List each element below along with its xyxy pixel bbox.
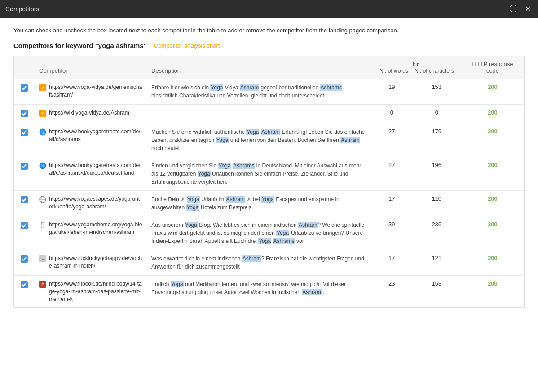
favicon-icon: ℹ bbox=[39, 162, 46, 169]
table-row: Y https://wiki.yoga-vidya.de/Ashram 0020… bbox=[14, 105, 524, 123]
td-http: 200 bbox=[461, 276, 524, 308]
favicon-icon: Y bbox=[39, 84, 46, 91]
competitor-checkbox[interactable] bbox=[21, 222, 28, 229]
expand-button[interactable]: ⛶ bbox=[508, 4, 519, 14]
td-words: 17 bbox=[371, 250, 412, 276]
table-row: https://www.yogamehome.org/yoga-blog/art… bbox=[14, 216, 524, 250]
competitor-checkbox[interactable] bbox=[21, 163, 28, 170]
table-body: Y https://www.yoga-vidya.de/gemeinschaft… bbox=[14, 79, 524, 308]
td-chars: 153 bbox=[412, 79, 462, 105]
table-row: Y https://www.yoga-vidya.de/gemeinschaft… bbox=[14, 79, 524, 105]
titlebar-controls: ⛶ ✕ bbox=[508, 4, 533, 14]
url-text: https://www.fitbook.de/mind-body/14-tage… bbox=[49, 280, 142, 303]
favicon-icon: F bbox=[39, 281, 46, 288]
td-checkbox bbox=[14, 216, 35, 250]
td-checkbox bbox=[14, 79, 35, 105]
competitors-table-wrap: Competitor Description Nr. Nr. of words … bbox=[13, 56, 525, 308]
url-text: https://www.fuckluckygohappy.de/woche-as… bbox=[49, 255, 142, 270]
td-chars: 153 bbox=[412, 276, 462, 308]
competitor-url: Y https://wiki.yoga-vidya.de/Ashram bbox=[39, 109, 142, 117]
favicon-icon: F bbox=[39, 255, 46, 262]
table-row: F https://www.fuckluckygohappy.de/woche-… bbox=[14, 250, 524, 276]
td-description: Machen Sie eine wahrlich authentische Yo… bbox=[147, 123, 371, 157]
favicon-icon: ℹ bbox=[39, 128, 46, 136]
url-text: https://www.bookyogaretreats.com/de/all/… bbox=[49, 162, 142, 177]
table-header-row: Competitor Description Nr. Nr. of words … bbox=[14, 56, 524, 79]
svg-text:Y: Y bbox=[41, 111, 44, 116]
competitors-table: Competitor Description Nr. Nr. of words … bbox=[14, 56, 524, 307]
table-row: ℹ https://www.bookyogaretreats.com/de/al… bbox=[14, 157, 524, 191]
td-words: 0 bbox=[371, 105, 412, 123]
td-description: Erfahre hier wie sich ein Yoga Vidya Ash… bbox=[147, 79, 371, 105]
td-chars: 121 bbox=[412, 250, 462, 276]
td-chars: 179 bbox=[412, 123, 462, 157]
td-description bbox=[147, 105, 371, 123]
td-http: 200 bbox=[461, 123, 524, 157]
url-text: https://www.bookyogaretreats.com/de/all/… bbox=[49, 128, 142, 143]
titlebar: Competitors ⛶ ✕ bbox=[0, 0, 538, 18]
favicon-icon: Y bbox=[39, 110, 46, 117]
competitor-checkbox[interactable] bbox=[21, 129, 28, 136]
td-competitor: F https://www.fuckluckygohappy.de/woche-… bbox=[35, 250, 147, 276]
section-title: Competitors for keyword "yoga ashrams" bbox=[13, 42, 147, 49]
td-description: Was erwartet dich in einem indischen Ash… bbox=[147, 250, 371, 276]
competitor-url: ℹ https://www.bookyogaretreats.com/de/al… bbox=[39, 162, 142, 177]
td-checkbox bbox=[14, 276, 35, 308]
url-text: https://www.yogaescapes.de/yoga-unterkue… bbox=[49, 195, 142, 211]
td-competitor: https://www.yogaescapes.de/yoga-unterkue… bbox=[35, 191, 147, 216]
competitor-url: F https://www.fuckluckygohappy.de/woche-… bbox=[39, 255, 142, 270]
competitor-checkbox[interactable] bbox=[21, 110, 28, 117]
table-row: F https://www.fitbook.de/mind-body/14-ta… bbox=[14, 276, 524, 308]
competitor-url: Y https://www.yoga-vidya.de/gemeinschaft… bbox=[39, 84, 142, 99]
td-description: Aus unserem Yoga Blog: Wie lebt es sich … bbox=[147, 216, 371, 250]
svg-text:F: F bbox=[41, 257, 44, 261]
td-http: 200 bbox=[461, 157, 524, 191]
competitor-url: https://www.yogamehome.org/yoga-blog/art… bbox=[39, 221, 142, 236]
td-words: 17 bbox=[371, 191, 412, 216]
td-http: 200 bbox=[461, 105, 524, 123]
td-checkbox bbox=[14, 250, 35, 276]
td-chars: 236 bbox=[412, 216, 462, 250]
td-competitor: Y https://wiki.yoga-vidya.de/Ashram bbox=[35, 105, 147, 123]
td-competitor: https://www.yogamehome.org/yoga-blog/art… bbox=[35, 216, 147, 250]
td-chars: 110 bbox=[412, 191, 462, 216]
th-nr-chars: Nr. of characters bbox=[412, 68, 457, 74]
url-text: https://www.yogamehome.org/yoga-blog/art… bbox=[49, 221, 142, 236]
td-checkbox bbox=[14, 157, 35, 191]
td-http: 200 bbox=[461, 191, 524, 216]
chart-link[interactable]: Competitor analysis chart bbox=[154, 42, 220, 49]
window: Competitors ⛶ ✕ You can check and unchec… bbox=[0, 0, 538, 392]
competitor-checkbox[interactable] bbox=[21, 281, 28, 288]
content-area: You can check and uncheck the box locate… bbox=[0, 18, 538, 392]
td-words: 27 bbox=[371, 123, 412, 157]
competitor-checkbox[interactable] bbox=[21, 84, 28, 92]
td-checkbox bbox=[14, 105, 35, 123]
th-http: HTTP response code bbox=[461, 56, 524, 79]
svg-text:Y: Y bbox=[41, 86, 44, 90]
favicon-icon bbox=[39, 221, 46, 229]
th-checkbox bbox=[14, 56, 35, 79]
th-competitor: Competitor bbox=[35, 56, 147, 79]
td-checkbox bbox=[14, 123, 35, 157]
table-row: https://www.yogaescapes.de/yoga-unterkue… bbox=[14, 191, 524, 216]
competitor-url: https://www.yogaescapes.de/yoga-unterkue… bbox=[39, 195, 142, 211]
td-words: 39 bbox=[371, 216, 412, 250]
td-description: Buche Dein ✳ Yoga Urlaub im Ashram ✳ bei… bbox=[147, 191, 371, 216]
td-http: 200 bbox=[461, 216, 524, 250]
competitor-checkbox[interactable] bbox=[21, 255, 28, 263]
td-http: 200 bbox=[461, 79, 524, 105]
competitor-url: ℹ https://www.bookyogaretreats.com/de/al… bbox=[39, 128, 142, 143]
td-chars: 0 bbox=[412, 105, 462, 123]
url-text: https://wiki.yoga-vidya.de/Ashram bbox=[49, 109, 129, 117]
close-button[interactable]: ✕ bbox=[523, 4, 533, 14]
competitor-checkbox[interactable] bbox=[21, 196, 28, 203]
td-competitor: ℹ https://www.bookyogaretreats.com/de/al… bbox=[35, 157, 147, 191]
td-checkbox bbox=[14, 191, 35, 216]
svg-text:F: F bbox=[41, 282, 44, 287]
window-title: Competitors bbox=[5, 5, 39, 13]
url-text: https://www.yoga-vidya.de/gemeinschaft/a… bbox=[49, 84, 142, 99]
th-description: Description bbox=[147, 56, 371, 79]
td-description: Endlich Yoga und Meditation lernen, und … bbox=[147, 276, 371, 308]
competitor-url: F https://www.fitbook.de/mind-body/14-ta… bbox=[39, 280, 142, 303]
td-competitor: ℹ https://www.bookyogaretreats.com/de/al… bbox=[35, 123, 147, 157]
